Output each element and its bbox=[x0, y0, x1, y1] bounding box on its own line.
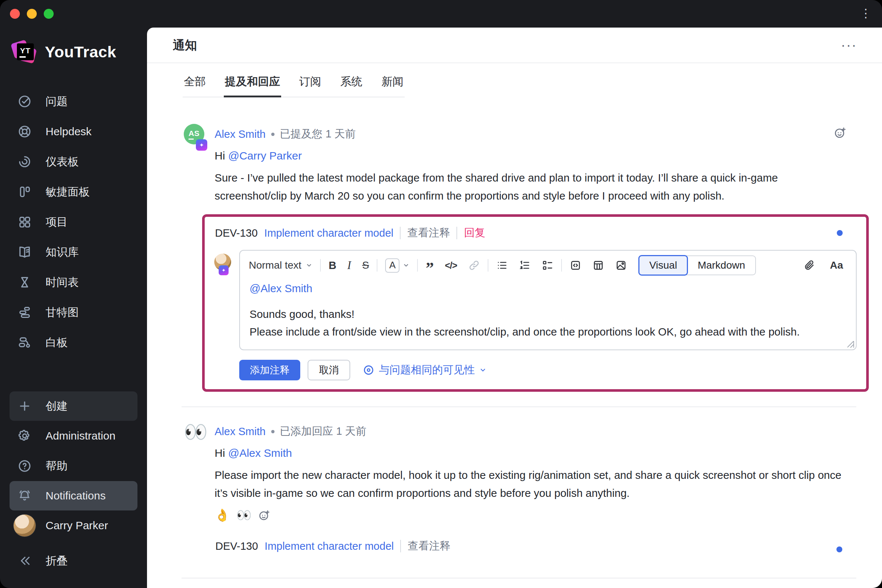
help-label: 帮助 bbox=[46, 459, 68, 474]
editor-text-line: Please include a front/side view in the … bbox=[249, 322, 826, 340]
sidebar-item-notifications[interactable]: Notifications bbox=[9, 481, 138, 510]
minimize-window-button[interactable] bbox=[27, 9, 37, 19]
insert-image-button[interactable] bbox=[610, 257, 633, 273]
zoom-window-button[interactable] bbox=[44, 9, 54, 19]
strikethrough-button[interactable]: S bbox=[357, 257, 375, 273]
notifications-label: Notifications bbox=[46, 489, 105, 502]
add-reaction-icon[interactable] bbox=[258, 509, 270, 522]
create-label: 创建 bbox=[46, 399, 68, 414]
notification-feed: AS ✦ Alex Smith 已提及您 1 天前 bbox=[147, 98, 882, 588]
youtrack-app-badge-icon: ✦ bbox=[219, 266, 229, 275]
comment-text: Please import the new character model, h… bbox=[214, 466, 850, 502]
sidebar-item-agile-boards[interactable]: 敏捷面板 bbox=[0, 177, 147, 207]
sidebar: YT YouTrack 问题 Helpdesk bbox=[0, 28, 147, 588]
toolbar-separator bbox=[320, 259, 321, 272]
text-color-dropdown[interactable]: A bbox=[380, 257, 415, 273]
main-panel: 通知 ··· 全部 提及和回应 订阅 系统 新闻 AS ✦ bbox=[147, 28, 882, 588]
sidebar-item-knowledge-base[interactable]: 知识库 bbox=[0, 237, 147, 267]
sidebar-item-whiteboards[interactable]: 白板 bbox=[0, 327, 147, 358]
add-reaction-icon[interactable] bbox=[834, 126, 847, 139]
tab-mentions-reactions[interactable]: 提及和回应 bbox=[224, 74, 281, 98]
app-window: ⋮ YT YouTrack 问题 bbox=[0, 0, 882, 588]
browser-menu-icon[interactable]: ⋮ bbox=[860, 6, 872, 21]
visibility-dropdown[interactable]: 与问题相同的可见性 bbox=[363, 363, 487, 377]
italic-button[interactable]: I bbox=[342, 257, 357, 273]
tab-all[interactable]: 全部 bbox=[183, 74, 207, 98]
highlighted-reply-region: DEV-130 Implement character model 查看注释 回… bbox=[202, 214, 869, 392]
mention-link[interactable]: @Carry Parker bbox=[228, 150, 302, 162]
author-link[interactable]: Alex Smith bbox=[214, 426, 266, 438]
view-comment-link[interactable]: 查看注释 bbox=[407, 226, 450, 240]
create-button[interactable]: 创建 bbox=[9, 392, 138, 421]
agile-board-icon bbox=[18, 185, 32, 199]
insert-table-button[interactable] bbox=[587, 257, 610, 273]
unread-indicator[interactable] bbox=[836, 546, 842, 552]
comment-editor[interactable]: Normal text B I S bbox=[239, 250, 856, 350]
avatar-eyes-emoji[interactable]: 👀 bbox=[184, 421, 204, 442]
unread-indicator[interactable] bbox=[837, 230, 843, 236]
sidebar-item-projects[interactable]: 项目 bbox=[0, 207, 147, 237]
sidebar-item-helpdesk[interactable]: Helpdesk bbox=[0, 117, 147, 147]
tab-news[interactable]: 新闻 bbox=[380, 74, 405, 98]
sidebar-collapse-button[interactable]: 折叠 bbox=[0, 546, 147, 576]
inline-code-button[interactable]: </> bbox=[439, 257, 462, 273]
toolbar-separator bbox=[488, 259, 488, 272]
mention-link[interactable]: @Alex Smith bbox=[228, 447, 292, 459]
editor-toolbar: Normal text B I S bbox=[240, 250, 856, 280]
toolbar-separator bbox=[376, 259, 377, 272]
bullet-list-button[interactable] bbox=[490, 257, 513, 273]
issue-title-link[interactable]: Implement character model bbox=[265, 540, 394, 552]
close-window-button[interactable] bbox=[10, 9, 20, 19]
issue-title-link[interactable]: Implement character model bbox=[264, 227, 393, 239]
sidebar-item-profile[interactable]: Carry Parker bbox=[0, 510, 147, 541]
bold-button[interactable]: B bbox=[323, 257, 342, 273]
blockquote-button[interactable]: ” bbox=[420, 257, 439, 273]
sidebar-item-label: 时间表 bbox=[46, 275, 79, 290]
tab-subscriptions[interactable]: 订阅 bbox=[298, 74, 322, 98]
sidebar-item-issues[interactable]: 问题 bbox=[0, 86, 147, 117]
font-size-button[interactable]: Aa bbox=[824, 257, 849, 273]
reaction-eyes[interactable]: 👀 bbox=[236, 508, 251, 523]
add-comment-button[interactable]: 添加注释 bbox=[239, 360, 300, 380]
visual-mode-button[interactable]: Visual bbox=[638, 255, 688, 276]
comment-input[interactable]: @Alex Smith Sounds good, thanks! Please … bbox=[240, 280, 856, 350]
sidebar-item-gantt[interactable]: 甘特图 bbox=[0, 297, 147, 327]
issues-check-icon bbox=[18, 94, 32, 108]
editor-resize-handle[interactable] bbox=[848, 341, 854, 348]
youtrack-logo[interactable]: YT YouTrack bbox=[0, 39, 147, 65]
reaction-ok-hand[interactable]: 👌 bbox=[214, 508, 230, 523]
task-list-button[interactable] bbox=[536, 257, 559, 273]
collapse-chevrons-icon bbox=[18, 554, 32, 568]
sidebar-item-label: 问题 bbox=[46, 94, 68, 109]
editor-mention[interactable]: @Alex Smith bbox=[249, 282, 846, 295]
user-name: Carry Parker bbox=[46, 519, 108, 532]
sidebar-item-dashboards[interactable]: 仪表板 bbox=[0, 147, 147, 177]
markdown-mode-button[interactable]: Markdown bbox=[686, 255, 756, 275]
paragraph-style-dropdown[interactable]: Normal text bbox=[248, 257, 318, 273]
reply-link[interactable]: 回复 bbox=[464, 226, 485, 240]
view-comment-link[interactable]: 查看注释 bbox=[408, 539, 450, 554]
issue-id: DEV-130 bbox=[215, 227, 258, 239]
cancel-button[interactable]: 取消 bbox=[308, 360, 350, 380]
sidebar-item-administration[interactable]: Administration bbox=[0, 421, 147, 451]
issue-link-row: DEV-130 Implement character model 查看注释 bbox=[214, 536, 856, 563]
window-titlebar: ⋮ bbox=[0, 0, 882, 28]
numbered-list-button[interactable] bbox=[513, 257, 536, 273]
projects-grid-icon bbox=[18, 215, 32, 229]
sidebar-item-help[interactable]: 帮助 bbox=[0, 451, 147, 481]
tab-system[interactable]: 系统 bbox=[339, 74, 363, 98]
editor-actions: 添加注释 取消 与问题相同的可见性 bbox=[239, 360, 856, 380]
user-avatar bbox=[13, 514, 36, 537]
notification-action-time: 已提及您 1 天前 bbox=[280, 127, 356, 141]
author-link[interactable]: Alex Smith bbox=[214, 128, 266, 140]
chevron-down-icon bbox=[479, 366, 487, 374]
page-more-menu-icon[interactable]: ··· bbox=[841, 42, 857, 49]
bell-icon bbox=[18, 489, 32, 503]
sidebar-item-timesheets[interactable]: 时间表 bbox=[0, 267, 147, 297]
attach-file-button[interactable] bbox=[798, 257, 820, 273]
notification-action-time: 已添加回应 1 天前 bbox=[280, 424, 366, 439]
insert-link-button[interactable] bbox=[463, 257, 486, 273]
code-block-button[interactable] bbox=[564, 257, 587, 273]
editor-text-line: Sounds good, thanks! bbox=[249, 308, 846, 321]
notification-item-2: 👀 Alex Smith 已添加回应 1 天前 Hi @Alex Smith P… bbox=[184, 421, 856, 563]
